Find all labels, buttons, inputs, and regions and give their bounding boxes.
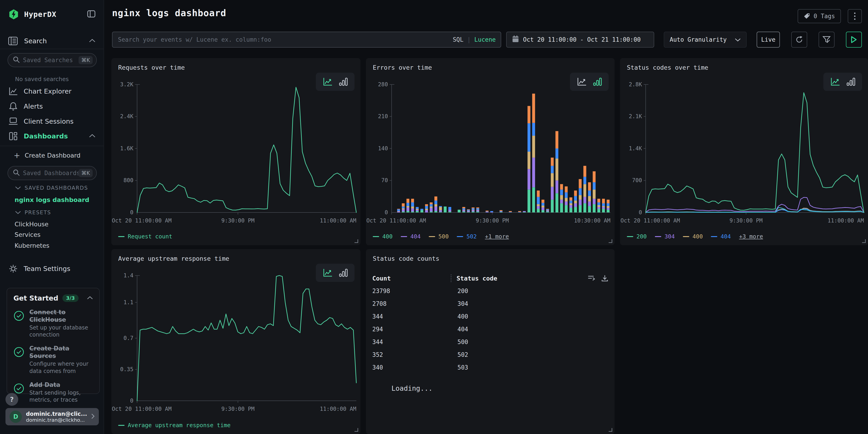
- download-icon[interactable]: [601, 275, 608, 282]
- resize-handle[interactable]: [609, 428, 612, 432]
- cell-status-code: 200: [451, 287, 608, 294]
- get-started-title: Get Started: [13, 294, 58, 302]
- legend-swatch: [118, 425, 125, 426]
- date-range-picker[interactable]: Oct 20 11:00:00 - Oct 21 11:00:00: [506, 32, 654, 48]
- legend-label: 404: [720, 233, 731, 240]
- column-drag-handle[interactable]: [451, 274, 453, 282]
- svg-text:0.7: 0.7: [123, 335, 133, 341]
- svg-text:700: 700: [632, 177, 642, 184]
- run-query-button[interactable]: [846, 32, 862, 48]
- legend-more-link[interactable]: +3 more: [739, 233, 763, 240]
- app-title: HyperDX: [24, 10, 57, 19]
- sidebar-item-clickhouse[interactable]: ClickHouse: [14, 221, 49, 228]
- cell-status-code: 404: [451, 326, 608, 333]
- get-started-card: Get Started 3/3 Connect to ClickHouse Se…: [7, 288, 100, 394]
- user-menu[interactable]: D dominic.tran@clic... dominic.tran@clic…: [5, 408, 99, 425]
- sidebar-item-dashboards[interactable]: Dashboards: [0, 129, 103, 144]
- legend-item: 400: [373, 233, 393, 240]
- table-body: 2379820027083043444002944043445003525023…: [372, 285, 608, 374]
- search-logs-icon: [8, 37, 18, 45]
- saved-dashboards-input[interactable]: [23, 169, 79, 177]
- search-input[interactable]: [113, 36, 501, 43]
- keyboard-shortcut-badge: ⌘K: [79, 56, 93, 64]
- chart-canvas[interactable]: 07001.4K2.1K2.8KOct 20 11:00:00 AM9:30:0…: [620, 78, 868, 226]
- divider: [0, 49, 103, 49]
- get-started-step-sources[interactable]: Create Data Sources Configure where your…: [13, 345, 93, 375]
- calendar-icon: [512, 35, 519, 44]
- sidebar-item-team-settings[interactable]: Team Settings: [0, 261, 103, 276]
- saved-dashboards-group-header[interactable]: SAVED DASHBOARDS: [15, 185, 88, 191]
- column-header-count[interactable]: Count: [372, 275, 451, 282]
- sidebar-item-client-sessions[interactable]: Client Sessions: [0, 114, 103, 129]
- legend-item: 404: [401, 233, 421, 240]
- granularity-select[interactable]: Auto Granularity: [664, 32, 747, 48]
- legend-item: 400: [683, 233, 703, 240]
- check-circle-icon: [13, 347, 24, 375]
- tags-button[interactable]: 0 Tags: [798, 9, 841, 23]
- page-title: nginx logs dashboard: [112, 8, 226, 18]
- column-header-status-code[interactable]: Status code: [457, 275, 588, 282]
- saved-dashboards-search[interactable]: ⌘K: [7, 166, 97, 180]
- help-button[interactable]: ?: [5, 393, 18, 406]
- get-started-step-add-data[interactable]: Add Data Start sending logs, metrics, or…: [13, 381, 93, 404]
- sidebar-item-chart-explorer[interactable]: Chart Explorer: [0, 84, 103, 99]
- filter-button[interactable]: [818, 32, 835, 48]
- chart-legend: 400404500502+1 more: [373, 233, 509, 240]
- legend-item: 404: [711, 233, 731, 240]
- lucene-toggle[interactable]: Lucene: [474, 36, 496, 43]
- sql-toggle[interactable]: SQL: [453, 36, 463, 43]
- chart-canvas[interactable]: 08001.6K2.4K3.2KOct 20 11:00:00 AM9:30:0…: [111, 78, 361, 226]
- resize-handle[interactable]: [354, 428, 358, 432]
- cell-status-code: 500: [451, 339, 608, 345]
- create-dashboard-button[interactable]: + Create Dashboard: [14, 151, 81, 159]
- svg-text:0: 0: [130, 398, 133, 404]
- sidebar-item-kubernetes[interactable]: Kubernetes: [14, 242, 50, 249]
- user-name: dominic.tran@clic...: [26, 411, 91, 417]
- legend-swatch: [683, 236, 689, 237]
- legend-more-link[interactable]: +1 more: [485, 233, 509, 240]
- cell-count: 344: [372, 313, 451, 320]
- sidebar: HyperDX Search ⌘K No saved searches Char…: [0, 0, 104, 434]
- search-icon: [13, 169, 20, 177]
- chart-canvas[interactable]: 00.350.71.11.4Oct 20 11:00:00 AM9:30:00 …: [111, 269, 361, 414]
- table-row: 2708304: [372, 298, 608, 310]
- cell-count: 344: [372, 339, 451, 345]
- get-started-step-connect[interactable]: Connect to ClickHouse Set up your databa…: [13, 309, 93, 338]
- chevron-down-icon: [15, 211, 21, 214]
- resize-handle[interactable]: [609, 239, 612, 243]
- get-started-progress-badge: 3/3: [62, 294, 79, 302]
- chevron-right-icon: [91, 413, 95, 420]
- no-saved-searches-text: No saved searches: [15, 76, 69, 83]
- legend-item: 500: [429, 233, 448, 240]
- chevron-up-icon[interactable]: [87, 296, 93, 300]
- svg-text:3.2K: 3.2K: [120, 81, 134, 88]
- panel-title: Errors over time: [373, 64, 432, 71]
- legend-label: Average upstream response time: [128, 422, 231, 429]
- chart-legend: 200304400404+3 more: [627, 233, 763, 240]
- add-column-icon[interactable]: [588, 275, 595, 282]
- presets-group-header[interactable]: PRESETS: [15, 210, 51, 215]
- live-button[interactable]: Live: [757, 32, 780, 48]
- panel-title: Requests over time: [118, 64, 185, 71]
- sidebar-item-alerts[interactable]: Alerts: [0, 99, 103, 114]
- saved-searches-search[interactable]: ⌘K: [7, 53, 97, 67]
- svg-text:800: 800: [123, 177, 133, 184]
- saved-searches-input[interactable]: [23, 57, 79, 64]
- svg-text:2.4K: 2.4K: [120, 114, 134, 120]
- resize-handle[interactable]: [354, 239, 358, 243]
- sidebar-collapse-icon[interactable]: [87, 10, 95, 19]
- chart-legend: Request count: [118, 233, 173, 240]
- panel-title: Status codes over time: [627, 64, 708, 71]
- refresh-button[interactable]: [791, 32, 807, 48]
- sidebar-item-nginx-logs-dashboard[interactable]: nginx logs dashboard: [14, 196, 89, 203]
- avatar: D: [9, 410, 22, 423]
- panel-menu-button[interactable]: [848, 9, 862, 23]
- svg-text:9:30:00 PM: 9:30:00 PM: [730, 217, 763, 224]
- chart-canvas[interactable]: 070140210280Oct 20 11:00:00 AM9:30:00 PM…: [366, 78, 615, 226]
- svg-text:280: 280: [378, 81, 388, 88]
- resize-handle[interactable]: [862, 239, 866, 243]
- panel-title: Status code counts: [373, 255, 439, 262]
- sidebar-item-services[interactable]: Services: [14, 231, 40, 238]
- sidebar-item-search[interactable]: Search: [0, 33, 103, 49]
- legend-label: 400: [382, 233, 393, 240]
